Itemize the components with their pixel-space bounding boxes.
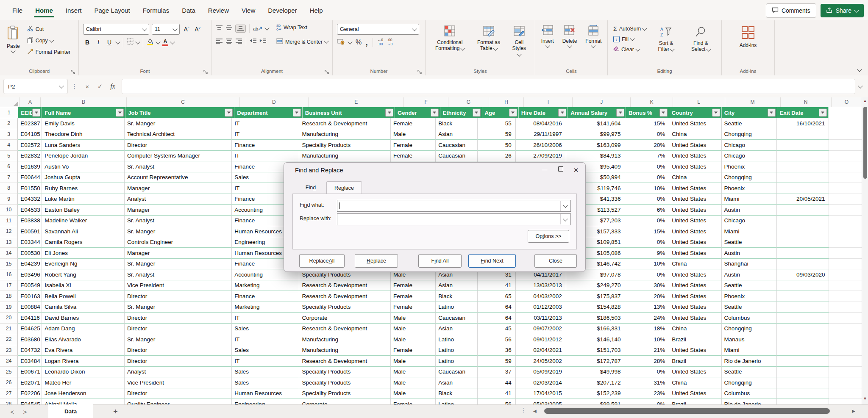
menu-tab-developer[interactable]: Developer <box>262 3 303 18</box>
cell[interactable]: 18% <box>625 324 670 335</box>
cell[interactable]: Manufacturing <box>299 129 391 140</box>
cell[interactable]: Director <box>125 291 232 302</box>
cell[interactable] <box>777 345 829 356</box>
cell[interactable]: Research & Development <box>299 356 391 367</box>
options-button[interactable]: Options >> <box>528 230 569 243</box>
cell[interactable]: Brazil <box>669 356 721 367</box>
format-cells-button[interactable]: Format <box>583 24 604 48</box>
cell[interactable]: $146,140 <box>566 334 625 345</box>
cell[interactable]: Chongqing <box>722 129 777 140</box>
cell[interactable]: Sales <box>232 324 299 335</box>
cell[interactable]: Manufacturing <box>299 334 391 345</box>
cell[interactable]: 02/03/2014 <box>516 377 566 388</box>
cell[interactable]: 64 <box>478 302 516 313</box>
fill-dropdown-icon[interactable] <box>630 36 634 41</box>
sort-filter-button[interactable]: AZ Sort & Filter <box>651 25 681 53</box>
cell[interactable]: Camila Silva <box>42 302 125 313</box>
row-header-5[interactable]: 5 <box>0 151 18 162</box>
cell[interactable]: Sr. Analyst <box>125 269 232 280</box>
cell[interactable]: 37 <box>478 367 516 378</box>
row-header-3[interactable]: 3 <box>0 129 18 140</box>
column-header-D[interactable]: D <box>240 97 309 107</box>
scroll-up-icon[interactable]: ▲ <box>862 99 868 103</box>
cell[interactable]: Bella Powell <box>42 291 125 302</box>
cell[interactable]: United States <box>669 183 721 194</box>
cell[interactable]: Female <box>391 151 436 162</box>
number-dialog-launcher-icon[interactable] <box>417 69 423 74</box>
cell[interactable]: 65 <box>478 291 516 302</box>
cell[interactable] <box>829 129 862 140</box>
cell[interactable]: 08/04/2016 <box>516 118 566 129</box>
hscroll-left-icon[interactable]: ◀ <box>533 409 537 413</box>
cell[interactable]: 41 <box>478 388 516 399</box>
format-painter-button[interactable]: Format Painter <box>26 47 72 57</box>
cell[interactable]: $99,975 <box>566 129 625 140</box>
menu-tab-review[interactable]: Review <box>202 3 235 18</box>
row-header-1[interactable]: 1 <box>0 107 18 118</box>
cell[interactable]: Controls Engineer <box>125 237 232 248</box>
row-header-18[interactable]: 18 <box>0 291 18 302</box>
merge-center-dropdown-icon[interactable] <box>324 39 329 43</box>
fill-button[interactable]: ↓ Fill <box>612 35 648 43</box>
cell[interactable] <box>777 367 829 378</box>
cell[interactable]: Female <box>391 302 436 313</box>
cell[interactable]: Director <box>125 324 232 335</box>
next-sheet-icon[interactable]: > <box>19 408 31 415</box>
cell[interactable]: 27/09/2019 <box>516 151 566 162</box>
cell[interactable]: China <box>669 172 721 183</box>
column-header-O[interactable]: O <box>832 97 862 107</box>
cell[interactable]: E03496 <box>18 269 42 280</box>
cell[interactable]: Austin <box>722 205 777 216</box>
cell[interactable]: 0% <box>625 269 670 280</box>
cell[interactable]: Female <box>391 280 436 291</box>
cell[interactable] <box>777 183 829 194</box>
cell[interactable]: E02572 <box>18 140 42 151</box>
cell[interactable]: Rio de Janerio <box>722 356 777 367</box>
header-cell-gender[interactable]: Gender <box>395 107 440 118</box>
cell[interactable]: 6% <box>625 205 670 216</box>
cell[interactable]: Manager <box>125 248 232 259</box>
row-header-11[interactable]: 11 <box>0 216 18 227</box>
cell[interactable]: Male <box>391 334 436 345</box>
filter-dropdown-icon[interactable] <box>558 109 566 117</box>
cell[interactable]: Speciality Products <box>299 302 391 313</box>
cell[interactable]: Isabella Xi <box>42 280 125 291</box>
autosum-dropdown-icon[interactable] <box>642 26 647 30</box>
cell[interactable] <box>829 399 862 404</box>
cell[interactable]: Sr. Manger <box>125 226 232 237</box>
find-select-button[interactable]: Find & Select <box>684 25 717 53</box>
row-header-22[interactable]: 22 <box>0 334 18 345</box>
cell[interactable]: Joshua Gupta <box>42 172 125 183</box>
cell[interactable]: United States <box>669 367 721 378</box>
select-all-corner[interactable] <box>0 97 20 107</box>
cell[interactable]: Sales <box>232 377 299 388</box>
cell[interactable]: Theodore Dinh <box>42 129 125 140</box>
decrease-decimal-icon[interactable]: .00→0 <box>387 38 392 47</box>
cell[interactable]: E04545 <box>18 399 42 404</box>
header-cell-country[interactable]: Country <box>669 107 722 118</box>
cell[interactable]: 16/10/2021 <box>777 118 829 129</box>
cell[interactable] <box>829 313 862 324</box>
cell[interactable]: E00884 <box>18 302 42 313</box>
cell[interactable]: Vice President <box>125 377 232 388</box>
cell[interactable]: 20% <box>625 291 670 302</box>
vertical-scroll-thumb[interactable] <box>863 107 867 179</box>
cell[interactable]: $154,828 <box>566 302 625 313</box>
cell[interactable]: Director <box>125 140 232 151</box>
cell[interactable]: $84,913 <box>566 151 625 162</box>
row-header-14[interactable]: 14 <box>0 248 18 259</box>
cell[interactable]: Seattle <box>722 280 777 291</box>
cell[interactable]: Abigail Mejia <box>42 399 125 404</box>
row-header-17[interactable]: 17 <box>0 280 18 291</box>
cell[interactable]: United States <box>669 216 721 227</box>
cell[interactable]: Seattle <box>722 367 777 378</box>
cell[interactable]: Research & Development <box>299 118 391 129</box>
replace-with-dropdown-icon[interactable] <box>560 214 570 224</box>
cell[interactable]: Manufacturing <box>299 345 391 356</box>
cell[interactable]: 10% <box>625 259 670 270</box>
cell[interactable]: United States <box>669 151 721 162</box>
cell[interactable] <box>829 107 862 118</box>
filter-dropdown-icon[interactable] <box>293 109 301 117</box>
confirm-entry-icon[interactable]: ✓ <box>94 83 106 90</box>
paste-dropdown-icon[interactable] <box>11 48 16 53</box>
